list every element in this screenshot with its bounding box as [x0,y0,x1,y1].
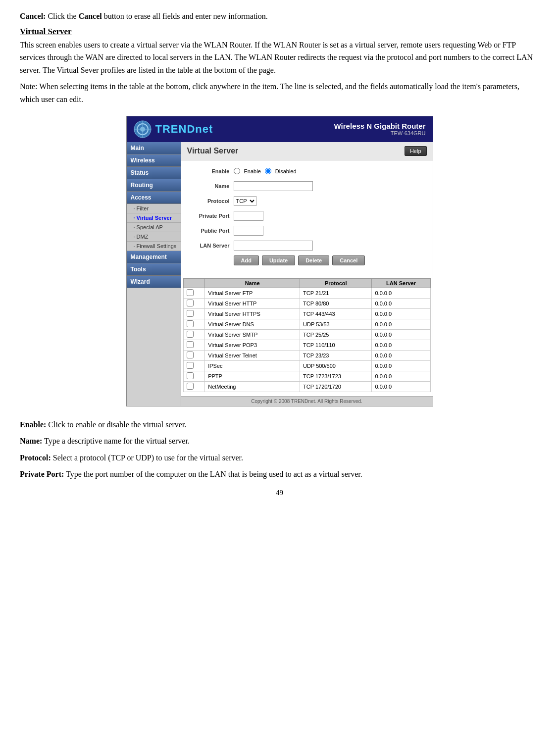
row-checkbox[interactable] [187,320,194,327]
public-port-control [234,226,425,236]
row-lan: 0.0.0.0 [372,371,430,381]
router-header: TRENDnet Wireless N Gigabit Router TEW-6… [127,116,433,142]
protocol-desc: Protocol: Select a protocol (TCP or UDP)… [20,452,539,464]
table-row[interactable]: Virtual Server SMTP TCP 25/25 0.0.0.0 [183,329,430,340]
enable-radio-group: Enable Disabled [234,168,425,174]
table-row[interactable]: Virtual Server HTTPS TCP 443/443 0.0.0.0 [183,308,430,319]
enable-radio[interactable] [234,168,240,174]
row-checkbox[interactable] [187,310,194,317]
private-port-control [234,211,425,221]
sidebar-item-access[interactable]: Access [127,192,181,204]
name-desc-text: Type a descriptive name for the virtual … [44,437,190,445]
form-row-public-port: Public Port [189,225,425,237]
name-label: Name [189,183,234,189]
cancel-bold-word: Cancel [79,12,102,20]
table-row[interactable]: NetMeeting TCP 1720/1720 0.0.0.0 [183,381,430,392]
protocol-desc-text: Select a protocol (TCP or UDP) to use fo… [53,454,243,462]
row-protocol: TCP 25/25 [300,329,372,340]
row-checkbox-cell [183,360,205,371]
cancel-button[interactable]: Cancel [332,255,365,265]
row-name: Virtual Server SMTP [205,329,300,340]
sidebar-item-wizard[interactable]: Wizard [127,276,181,288]
sidebar: Main Wireless Status Routing Access · Fi… [127,142,181,406]
row-protocol: TCP 1723/1723 [300,371,372,381]
enable-desc: Enable: Click to enable or disable the v… [20,418,539,431]
table-row[interactable]: PPTP TCP 1723/1723 0.0.0.0 [183,371,430,381]
form-row-lan-server: LAN Server [189,240,425,252]
row-checkbox[interactable] [187,372,194,379]
logo-area: TRENDnet [134,120,213,138]
vs-paragraph-1: This screen enables users to create a vi… [20,39,539,77]
form-row-enable: Enable Enable Disabled [189,165,425,177]
row-checkbox[interactable] [187,331,194,338]
sidebar-item-tools[interactable]: Tools [127,263,181,276]
sidebar-subitem-dmz[interactable]: · DMZ [127,232,181,242]
sidebar-subitem-special-ap[interactable]: · Special AP [127,223,181,232]
table-row[interactable]: Virtual Server HTTP TCP 80/80 0.0.0.0 [183,298,430,308]
name-input[interactable] [234,181,313,191]
cancel-bold: Cancel: [20,12,46,20]
table-row[interactable]: IPSec UDP 500/500 0.0.0.0 [183,360,430,371]
row-checkbox[interactable] [187,352,194,358]
sidebar-item-main[interactable]: Main [127,142,181,154]
row-name: PPTP [205,371,300,381]
sidebar-item-status[interactable]: Status [127,167,181,179]
row-checkbox-cell [183,288,205,298]
row-protocol: TCP 80/80 [300,298,372,308]
row-checkbox[interactable] [187,289,194,296]
row-lan: 0.0.0.0 [372,319,430,329]
row-checkbox-cell [183,350,205,360]
sidebar-subitem-firewall[interactable]: · Firewall Settings [127,242,181,251]
row-lan: 0.0.0.0 [372,340,430,350]
cancel-rest: button to erase all fields and enter new… [104,12,268,20]
row-checkbox-cell [183,308,205,319]
name-control [234,181,425,191]
protocol-control: TCP UDP [234,196,425,206]
row-lan: 0.0.0.0 [372,288,430,298]
page-title-bar: Virtual Server Help [181,142,433,160]
table-row[interactable]: Virtual Server Telnet TCP 23/23 0.0.0.0 [183,350,430,360]
sidebar-item-routing[interactable]: Routing [127,179,181,192]
product-name: Wireless N Gigabit Router [334,122,426,130]
row-checkbox[interactable] [187,383,194,390]
virtual-server-table: Name Protocol LAN Server Virtual Server … [183,278,431,392]
private-port-desc: Private Port: Type the port number of th… [20,468,539,481]
brand-name: TRENDnet [155,123,213,136]
row-name: IPSec [205,360,300,371]
virtual-server-title: Virtual Server [20,27,539,37]
protocol-desc-label: Protocol: [20,454,51,462]
row-protocol: TCP 443/443 [300,308,372,319]
sidebar-item-management[interactable]: Management [127,251,181,263]
table-row[interactable]: Virtual Server FTP TCP 21/21 0.0.0.0 [183,288,430,298]
public-port-input[interactable] [234,226,263,236]
trendnet-logo-icon [134,120,152,138]
update-button[interactable]: Update [262,255,295,265]
help-button[interactable]: Help [405,146,427,156]
delete-button[interactable]: Delete [298,255,329,265]
protocol-select[interactable]: TCP UDP [234,196,256,206]
row-lan: 0.0.0.0 [372,360,430,371]
add-button[interactable]: Add [234,255,259,265]
disabled-radio[interactable] [265,168,271,174]
table-row[interactable]: Virtual Server DNS UDP 53/53 0.0.0.0 [183,319,430,329]
row-checkbox-cell [183,340,205,350]
sidebar-subitem-filter[interactable]: · Filter [127,204,181,213]
row-name: Virtual Server HTTP [205,298,300,308]
private-port-label: Private Port [189,213,234,219]
private-port-input[interactable] [234,211,263,221]
page-number: 49 [20,489,539,497]
sidebar-item-wireless[interactable]: Wireless [127,154,181,167]
public-port-label: Public Port [189,228,234,234]
row-checkbox-cell [183,319,205,329]
name-desc-label: Name: [20,437,42,445]
row-checkbox[interactable] [187,362,194,369]
lan-server-input[interactable] [234,241,313,251]
table-row[interactable]: Virtual Server POP3 TCP 110/110 0.0.0.0 [183,340,430,350]
router-ui: TRENDnet Wireless N Gigabit Router TEW-6… [126,116,433,406]
sidebar-subitem-virtual-server[interactable]: · Virtual Server [127,213,181,223]
name-desc: Name: Type a descriptive name for the vi… [20,435,539,448]
row-checkbox[interactable] [187,300,194,306]
footer-text: Copyright © 2008 TRENDnet. All Rights Re… [251,399,362,404]
form-row-private-port: Private Port [189,210,425,222]
row-checkbox[interactable] [187,341,194,348]
